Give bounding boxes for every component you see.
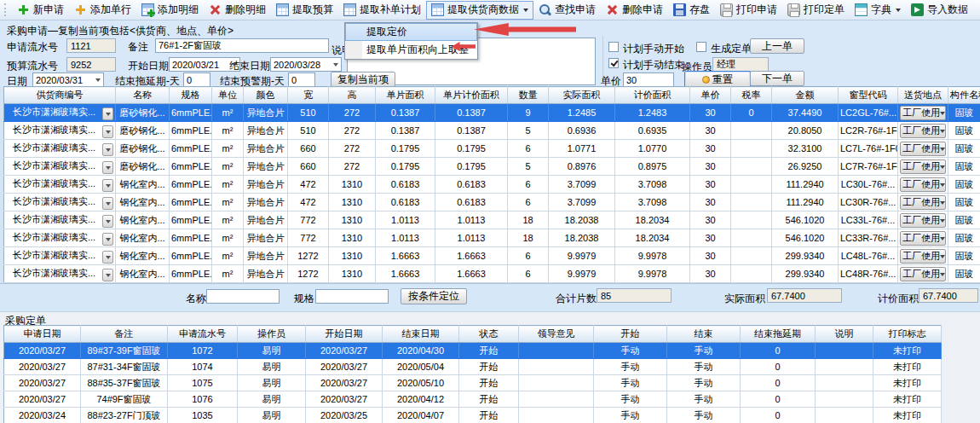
column-header[interactable]: 送货地点 [898,87,948,104]
delay-days-input[interactable] [183,72,210,87]
supplier-dropdown-button[interactable] [102,251,113,264]
add-detail-button[interactable]: 添加明细 [136,1,204,20]
delete-application-button[interactable]: 删除申请 [601,1,668,20]
supplier-dropdown-button[interactable] [102,107,113,120]
menu-item-extract-pricing[interactable]: 提取定价 [345,23,477,41]
column-header[interactable]: 结束日期 [383,326,459,343]
column-header[interactable]: 打印标志 [873,326,942,343]
delete-detail-button[interactable]: 删除明细 [204,1,271,20]
table-row[interactable]: 长沙市潇湘玻璃实...钢化室内...6mmPLE...m²异地合片7721310… [4,212,980,229]
table-row[interactable]: 长沙市潇湘玻璃实...磨砂钢化...6mmPLE...m²异地合片5102720… [4,104,980,122]
locate-by-condition-button[interactable]: 按条件定位 [401,288,467,304]
add-single-row-button[interactable]: 添加单行 [69,1,136,20]
next-order-button[interactable]: 下一单 [750,71,804,86]
column-header[interactable]: 单位 [212,87,244,104]
supplier-dropdown-button[interactable] [102,215,113,228]
column-header[interactable]: 单片计价面积 [435,87,508,104]
warning-days-input[interactable] [288,72,315,87]
column-header[interactable]: 实际面积 [549,87,615,104]
column-header[interactable]: 说明 [816,326,873,343]
column-header[interactable]: 单价 [690,87,731,104]
supplier-dropdown-button[interactable] [102,161,113,174]
column-header[interactable]: 数量 [508,87,549,104]
print-order-button[interactable]: 打印定单 [782,1,850,20]
column-header[interactable]: 颜色 [244,87,288,104]
extract-supplier-data-button[interactable]: 提取供货商数据 [426,1,533,20]
dictionary-button[interactable]: 字典 [850,1,906,20]
column-header[interactable]: 供货商编号 [4,87,116,104]
table-row[interactable]: 2020/03/2774#9F窗固玻1076易明2020/03/272020/0… [4,391,942,408]
find-application-button[interactable]: 查找申请 [533,1,601,20]
column-header[interactable]: 申请日期 [4,326,81,343]
delivery-location-dropdown[interactable]: 工厂使用 [900,159,946,174]
column-header[interactable]: 计价面积 [615,87,690,104]
column-header[interactable]: 构件名称 [948,87,980,104]
table-row[interactable]: 2020/03/2787#31-34F窗固玻1074易明2020/03/2720… [4,359,942,375]
delivery-location-dropdown[interactable]: 工厂使用 [900,142,946,156]
reset-button[interactable]: 重置 [684,71,751,88]
column-header[interactable]: 状态 [459,326,519,343]
delivery-location-dropdown[interactable]: 工厂使用 [900,177,946,192]
delivery-location-dropdown[interactable]: 工厂使用 [900,124,946,138]
delivery-location-dropdown[interactable]: 工厂使用 [900,249,946,264]
column-header[interactable]: 领导意见 [519,326,594,343]
column-header[interactable]: 名称 [116,87,170,104]
toolbar-grip[interactable] [4,3,9,16]
date-select[interactable]: 2020/03/31 [32,72,104,87]
save-button[interactable]: 存盘 [668,1,715,20]
supplier-name: 长沙市潇湘玻璃实... [13,142,95,153]
filter-spec-input[interactable] [315,289,389,304]
extract-budget-button[interactable]: 提取预算 [271,1,338,20]
column-header[interactable]: 宽 [288,87,329,104]
supplier-dropdown-button[interactable] [102,197,113,210]
table-row[interactable]: 长沙市潇湘玻璃实...钢化室内...6mmPLE...m²异地合片7721310… [4,229,980,247]
filter-name-input[interactable] [206,289,280,304]
column-header[interactable]: 窗型代码 [839,87,898,104]
copy-current-item-button[interactable]: 复制当前项 [331,72,395,87]
delivery-location-dropdown[interactable]: 工厂使用 [900,106,946,120]
column-header[interactable]: 申请流水号 [168,326,238,343]
table-row[interactable]: 长沙市潇湘玻璃实...钢化室内...6mmPLE...m²异地合片4721310… [4,194,980,212]
table-row[interactable]: 长沙市潇湘玻璃实...磨砂钢化...6mmPLE...m²异地合片5102720… [4,122,980,140]
import-data-button[interactable]: 导入数据 [906,1,973,20]
print-application-button[interactable]: 打印申请 [715,1,782,20]
column-header[interactable]: 规格 [170,87,212,104]
supplier-dropdown-button[interactable] [102,233,113,246]
generate-order-checkbox[interactable] [696,42,706,52]
previous-order-button[interactable]: 上一单 [750,38,804,54]
plan-manual-start-checkbox[interactable] [608,42,619,52]
table-row[interactable]: 2020/03/2788#35-37F窗固玻1075易明2020/03/2720… [4,375,942,391]
cell: 2020/05/10 [383,375,459,391]
column-header[interactable]: 单片面积 [376,87,435,104]
delivery-location-dropdown[interactable]: 工厂使用 [900,267,946,281]
extract-supplement-plan-button[interactable]: 提取补单计划 [338,1,426,20]
table-row[interactable]: 长沙市潇湘玻璃实...钢化室内...6mmPLE...m²异地合片1272131… [4,247,980,265]
column-header[interactable]: 结束 [667,326,741,343]
delivery-location-dropdown[interactable]: 工厂使用 [900,195,946,210]
end-date-select[interactable]: 2020/03/28 [270,57,342,72]
new-application-button[interactable]: 新申请 [12,1,69,20]
table-row[interactable]: 长沙市潇湘玻璃实...磨砂钢化...6mmPLE...m²异地合片6602720… [4,158,980,176]
supplier-dropdown-button[interactable] [102,143,113,156]
supplier-dropdown-button[interactable] [102,179,113,192]
delivery-location-dropdown[interactable]: 工厂使用 [900,213,946,228]
table-row[interactable]: 长沙市潇湘玻璃实...磨砂钢化...6mmPLE...m²异地合片6602720… [4,140,980,158]
column-header[interactable]: 开始日期 [306,326,383,343]
column-header[interactable]: 税率 [731,87,772,104]
table-row[interactable]: 2020/03/2789#37-39F窗固玻1072易明2020/03/2720… [4,343,942,359]
column-header[interactable]: 操作员 [238,326,306,343]
table-row[interactable]: 长沙市潇湘玻璃实...钢化室内...6mmPLE...m²异地合片4721310… [4,176,980,194]
column-header[interactable]: 高 [329,87,376,104]
column-header[interactable]: 结束拖延期 [741,326,816,343]
table-row[interactable]: 2020/03/2488#23-27F门顶玻1035易明2020/03/2520… [4,408,942,423]
delivery-location-dropdown[interactable]: 工厂使用 [900,231,946,246]
column-header[interactable]: 开始 [594,326,667,343]
plan-manual-end-checkbox[interactable] [608,58,619,68]
supplier-dropdown-button[interactable] [102,269,113,281]
column-header[interactable]: 备注 [81,326,168,343]
note-input[interactable] [155,38,329,53]
supplier-dropdown-button[interactable] [102,125,113,138]
column-header[interactable]: 金额 [772,87,839,104]
table-row[interactable]: 长沙市潇湘玻璃实...钢化室内...6mmPLE...m²异地合片1272131… [4,265,980,283]
unit-price-input[interactable] [623,72,674,87]
